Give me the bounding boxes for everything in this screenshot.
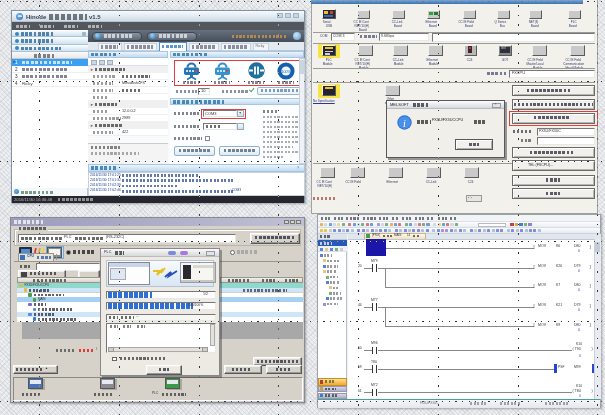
svg-text:100%: 100% [281, 69, 291, 73]
svg-text:i: i [403, 118, 406, 129]
